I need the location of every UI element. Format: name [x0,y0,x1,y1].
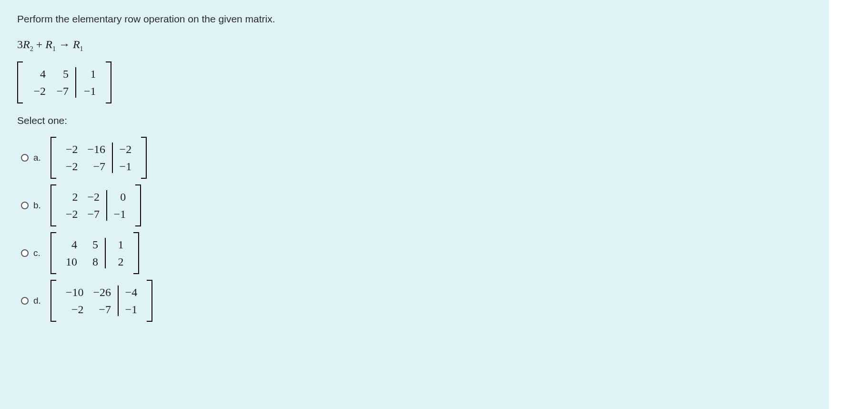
matrix-cell: −1 [83,82,96,100]
matrix-cell: 4 [32,65,46,82]
matrix-cell: −1 [120,158,132,175]
matrix-cell: 2 [66,188,78,205]
matrix-cell: 10 [66,253,77,270]
matrix-cell: −2 [66,205,78,223]
matrix-cell: −2 [32,82,46,100]
radio-c[interactable] [21,249,29,257]
option-letter: d. [33,296,44,306]
matrix-cell: −10 [66,284,84,301]
matrix-cell: −1 [125,301,138,318]
matrix-cell: −2 [66,158,78,175]
matrix-cell: 5 [87,236,98,253]
option-d[interactable]: d. −10 −2 −26 −7 −4 −1 [17,277,812,325]
matrix-cell: −26 [93,284,111,301]
augmentation-bar [106,190,107,221]
matrix-cell: −2 [66,141,78,158]
matrix-cell: 5 [55,65,69,82]
matrix-cell: −7 [88,205,100,223]
matrix-cell: −16 [88,141,106,158]
augmentation-bar [112,143,113,173]
matrix-cell: 1 [112,236,124,253]
radio-b[interactable] [21,202,29,209]
option-letter: c. [33,248,44,258]
matrix-cell: −7 [88,158,106,175]
question-prompt: Perform the elementary row operation on … [17,13,812,25]
augmentation-bar [105,238,106,268]
option-letter: a. [33,153,44,163]
question-container: Perform the elementary row operation on … [0,0,829,409]
row-operation: 3R2 + R1 → R1 [17,38,812,53]
matrix-cell: 0 [114,188,126,205]
augmentation-bar [75,67,76,98]
matrix-cell: −2 [88,188,100,205]
matrix-cell: 4 [66,236,77,253]
matrix-cell: −1 [114,205,126,223]
matrix-cell: −7 [93,301,111,318]
matrix-cell: −2 [120,141,132,158]
given-matrix: 4 −2 5 −7 1 −1 [17,61,812,103]
matrix-cell: −2 [66,301,84,318]
matrix-cell: −4 [125,284,138,301]
option-letter: b. [33,200,44,211]
option-b[interactable]: b. 2 −2 −2 −7 0 −1 [17,182,812,229]
select-one-label: Select one: [17,115,812,126]
option-c[interactable]: c. 4 10 5 8 1 2 [17,229,812,277]
matrix-cell: −7 [55,82,69,100]
radio-a[interactable] [21,154,29,162]
option-a[interactable]: a. −2 −2 −16 −7 −2 −1 [17,134,812,182]
matrix-cell: 8 [87,253,98,270]
augmentation-bar [118,286,119,316]
radio-d[interactable] [21,297,29,305]
matrix-cell: 1 [83,65,96,82]
matrix-cell: 2 [112,253,124,270]
